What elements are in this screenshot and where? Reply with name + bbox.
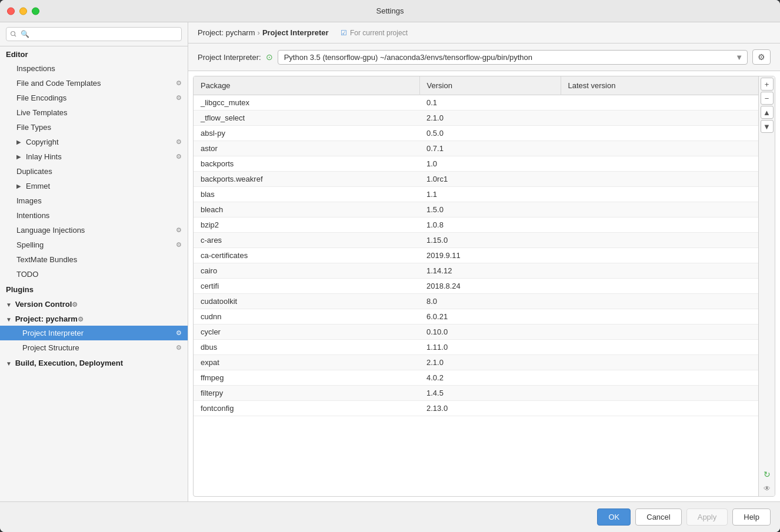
add-package-button[interactable]: + (761, 78, 774, 91)
zoom-button[interactable] (32, 7, 39, 15)
expand-arrow-icon: ▼ (6, 316, 13, 323)
package-name: c-ares (194, 233, 419, 248)
sidebar-section-version-control[interactable]: ▼ Version Control⚙ (0, 296, 188, 311)
traffic-lights (7, 7, 39, 15)
package-version: 1.14.12 (419, 263, 561, 279)
scroll-up-button[interactable]: ▲ (761, 106, 774, 119)
sidebar-item-language-injections[interactable]: Language Injections⚙ (0, 223, 188, 237)
package-version: 0.5.0 (419, 126, 561, 141)
eye-button[interactable]: 👁 (761, 482, 774, 495)
package-name: dbus (194, 340, 419, 355)
package-latest (561, 218, 758, 233)
minimize-button[interactable] (19, 7, 27, 15)
expand-arrow-icon: ▶ (16, 183, 24, 189)
table-row[interactable]: filterpy 1.4.5 (194, 386, 758, 401)
sidebar-item-project-interpreter[interactable]: Project Interpreter⚙ (0, 326, 188, 340)
reload-button[interactable]: ↻ (761, 468, 774, 481)
sidebar-section-project--pycharm[interactable]: ▼ Project: pycharm⚙ (0, 311, 188, 326)
settings-window: Settings EditorInspectionsFile and Code … (0, 0, 780, 532)
table-row[interactable]: absl-py 0.5.0 (194, 126, 758, 141)
package-version: 1.0 (419, 156, 561, 172)
settings-icon: ⚙ (176, 79, 182, 87)
package-name: cycler (194, 324, 419, 340)
table-row[interactable]: ca-certificates 2019.9.11 (194, 248, 758, 263)
package-latest (561, 111, 758, 126)
sidebar-item-inlay-hints[interactable]: ▶Inlay Hints⚙ (0, 149, 188, 164)
sidebar-section-editor: Editor (0, 46, 188, 61)
search-input[interactable] (6, 27, 182, 41)
expand-arrow-icon: ▼ (6, 360, 13, 367)
main-panel: Project: pycharm › Project Interpreter ☑… (188, 22, 780, 501)
table-row[interactable]: cairo 1.14.12 (194, 263, 758, 279)
help-button[interactable]: Help (732, 508, 771, 526)
table-row[interactable]: backports.weakref 1.0rc1 (194, 172, 758, 187)
sidebar-item-intentions[interactable]: Intentions (0, 208, 188, 223)
package-latest (561, 294, 758, 309)
python-icon: ⊙ (266, 52, 273, 62)
main-header: Project: pycharm › Project Interpreter ☑… (188, 22, 780, 44)
sidebar-item-images[interactable]: Images (0, 193, 188, 208)
package-name: expat (194, 355, 419, 370)
package-name: fontconfig (194, 401, 419, 416)
package-version: 6.0.21 (419, 309, 561, 324)
sidebar-item-project-structure[interactable]: Project Structure⚙ (0, 340, 188, 355)
sidebar-item-textmate-bundles[interactable]: TextMate Bundles (0, 252, 188, 267)
package-name: cudatoolkit (194, 294, 419, 309)
table-row[interactable]: _tflow_select 2.1.0 (194, 111, 758, 126)
package-version: 1.1 (419, 187, 561, 202)
package-latest (561, 309, 758, 324)
sidebar-item-file-encodings[interactable]: File Encodings⚙ (0, 91, 188, 105)
sidebar-item-file-and-code-templates[interactable]: File and Code Templates⚙ (0, 76, 188, 91)
scroll-down-button[interactable]: ▼ (761, 120, 774, 133)
package-name: blas (194, 187, 419, 202)
table-row[interactable]: bzip2 1.0.8 (194, 218, 758, 233)
interpreter-settings-button[interactable]: ⚙ (752, 49, 771, 65)
sidebar-section-build--execution--deployment[interactable]: ▼ Build, Execution, Deployment (0, 355, 188, 370)
package-latest (561, 187, 758, 202)
sidebar-item-file-types[interactable]: File Types (0, 120, 188, 135)
table-row[interactable]: c-ares 1.15.0 (194, 233, 758, 248)
package-latest (561, 126, 758, 141)
check-icon: ☑ (341, 29, 347, 37)
close-button[interactable] (7, 7, 15, 15)
table-row[interactable]: _libgcc_mutex 0.1 (194, 95, 758, 111)
table-row[interactable]: cudnn 6.0.21 (194, 309, 758, 324)
table-header-row: Package Version Latest version (194, 76, 758, 95)
table-row[interactable]: expat 2.1.0 (194, 355, 758, 370)
settings-icon: ⚙ (176, 138, 182, 146)
table-row[interactable]: bleach 1.5.0 (194, 202, 758, 218)
settings-icon: ⚙ (176, 94, 182, 102)
table-row[interactable]: certifi 2018.8.24 (194, 279, 758, 294)
footer: OK Cancel Apply Help (0, 501, 780, 532)
package-version: 1.5.0 (419, 202, 561, 218)
packages-table-wrapper[interactable]: Package Version Latest version _libgcc_m… (194, 76, 758, 496)
sidebar: EditorInspectionsFile and Code Templates… (0, 22, 188, 501)
table-row[interactable]: backports 1.0 (194, 156, 758, 172)
table-row[interactable]: astor 0.7.1 (194, 141, 758, 156)
table-row[interactable]: ffmpeg 4.0.2 (194, 370, 758, 386)
sidebar-item-todo[interactable]: TODO (0, 267, 188, 282)
package-latest (561, 324, 758, 340)
table-row[interactable]: cudatoolkit 8.0 (194, 294, 758, 309)
table-row[interactable]: fontconfig 2.13.0 (194, 401, 758, 416)
cancel-button[interactable]: Cancel (635, 508, 681, 526)
sidebar-item-emmet[interactable]: ▶Emmet (0, 179, 188, 193)
sidebar-item-spelling[interactable]: Spelling⚙ (0, 237, 188, 252)
sidebar-item-duplicates[interactable]: Duplicates (0, 164, 188, 179)
sidebar-item-live-templates[interactable]: Live Templates (0, 105, 188, 120)
table-row[interactable]: cycler 0.10.0 (194, 324, 758, 340)
package-latest (561, 401, 758, 416)
settings-icon: ⚙ (176, 241, 182, 249)
interpreter-select[interactable]: Python 3.5 (tensorflow-gpu) ~/anaconda3/… (278, 50, 748, 65)
window-title: Settings (376, 6, 404, 15)
apply-button[interactable]: Apply (686, 508, 728, 526)
table-row[interactable]: blas 1.1 (194, 187, 758, 202)
package-name: _libgcc_mutex (194, 95, 419, 111)
sidebar-item-inspections[interactable]: Inspections (0, 61, 188, 76)
package-latest (561, 355, 758, 370)
table-row[interactable]: dbus 1.11.0 (194, 340, 758, 355)
sidebar-item-copyright[interactable]: ▶Copyright⚙ (0, 135, 188, 149)
ok-button[interactable]: OK (597, 508, 631, 526)
remove-package-button[interactable]: − (761, 92, 774, 105)
package-latest (561, 279, 758, 294)
